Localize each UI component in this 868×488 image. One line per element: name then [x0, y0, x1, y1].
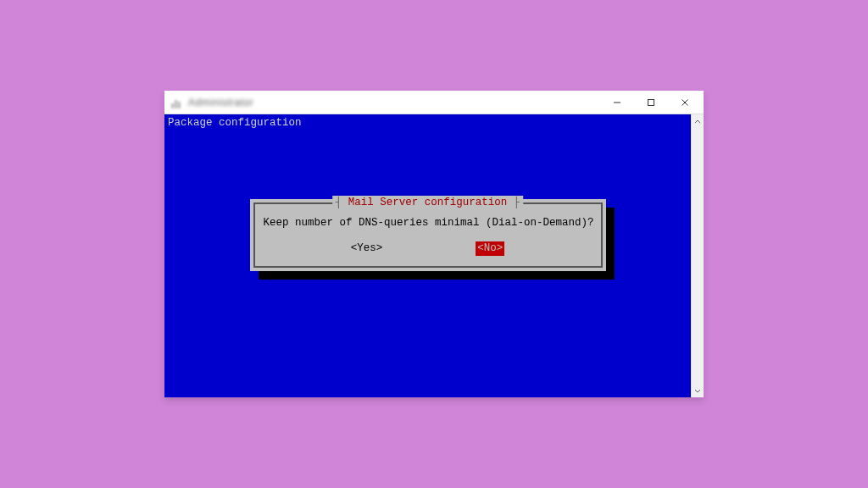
- window-controls: [600, 91, 702, 114]
- dialog-buttons: <Yes> <No>: [264, 241, 593, 255]
- terminal-header: Package configuration: [164, 114, 691, 131]
- no-button[interactable]: <No>: [476, 241, 504, 255]
- content-area: Package configuration Mail Server config…: [164, 114, 704, 397]
- window-title: Administrator: [188, 97, 253, 108]
- vertical-scrollbar[interactable]: [691, 114, 704, 397]
- titlebar-left: Administrator: [171, 97, 253, 108]
- close-button[interactable]: [668, 91, 702, 114]
- app-window: Administrator Package configuration Mail…: [164, 91, 704, 397]
- terminal: Package configuration Mail Server config…: [164, 114, 691, 397]
- svg-rect-1: [648, 99, 654, 105]
- dialog-inner: Mail Server configuration Keep number of…: [253, 202, 603, 268]
- minimize-button[interactable]: [600, 91, 634, 114]
- dialog-title: Mail Server configuration: [332, 196, 524, 209]
- scrollbar-down-icon[interactable]: [692, 384, 704, 397]
- yes-button[interactable]: <Yes>: [351, 241, 383, 255]
- scrollbar-up-icon[interactable]: [692, 114, 704, 128]
- config-dialog: Mail Server configuration Keep number of…: [250, 199, 606, 271]
- app-icon: [171, 97, 183, 108]
- dialog-question: Keep number of DNS-queries minimal (Dial…: [264, 216, 593, 230]
- dialog-wrapper: Mail Server configuration Keep number of…: [250, 199, 606, 271]
- maximize-button[interactable]: [634, 91, 668, 114]
- titlebar: Administrator: [164, 91, 704, 114]
